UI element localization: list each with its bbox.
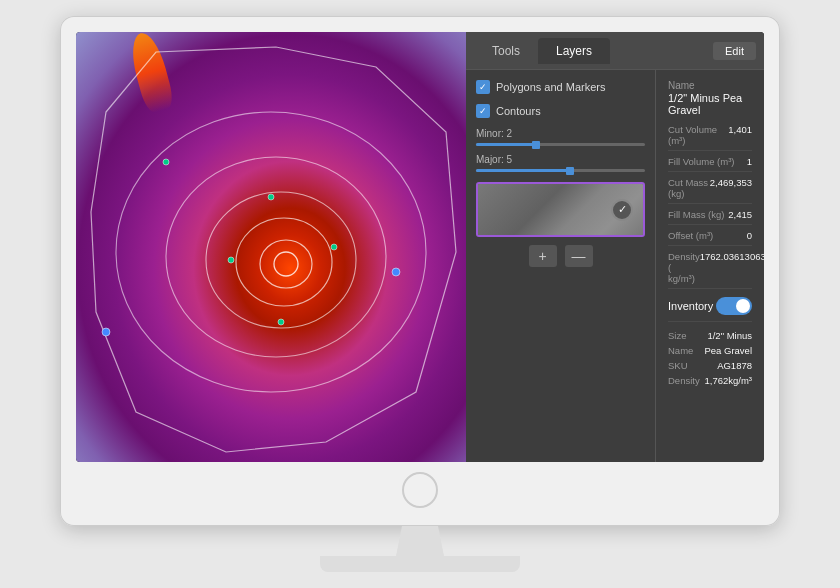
major-slider-track[interactable] (476, 169, 645, 172)
cut-mass-label: Cut Mass (kg) (668, 177, 710, 199)
tab-bar: Tools Layers Edit (466, 32, 764, 70)
layers-left: Polygons and Markers Contours Minor: 2 (466, 70, 656, 462)
inv-density-row: Density 1,762kg/m³ (668, 375, 752, 386)
major-slider-thumb[interactable] (566, 167, 574, 175)
tab-tools[interactable]: Tools (474, 38, 538, 64)
inventory-toggle-row: Inventory (668, 297, 752, 322)
inv-sku-row: SKU AG1878 (668, 360, 752, 371)
svg-point-5 (260, 240, 312, 288)
layer-item[interactable] (476, 182, 645, 237)
screen: Tools Layers Edit Polygons and Markers (76, 32, 764, 462)
contours-svg (76, 32, 466, 462)
svg-point-7 (228, 257, 234, 263)
inv-sku-label: SKU (668, 360, 688, 371)
minor-slider-thumb[interactable] (532, 141, 540, 149)
panel-body: Polygons and Markers Contours Minor: 2 (466, 70, 764, 462)
map-area (76, 32, 466, 462)
fill-mass-value: 2,415 (728, 209, 752, 220)
svg-point-6 (274, 252, 298, 276)
minor-label: Minor: 2 (476, 128, 645, 139)
fill-volume-row: Fill Volume (m³) 1 (668, 156, 752, 172)
contours-row: Contours (476, 104, 645, 118)
fill-mass-row: Fill Mass (kg) 2,415 (668, 209, 752, 225)
density-label: Density ( kg/m³) (668, 251, 700, 284)
cut-mass-row: Cut Mass (kg) 2,469,353 (668, 177, 752, 204)
fill-mass-label: Fill Mass (kg) (668, 209, 724, 220)
monitor-wrapper: Tools Layers Edit Polygons and Markers (60, 16, 780, 572)
cut-volume-row: Cut Volume (m³) 1,401 (668, 124, 752, 151)
inv-density-value: 1,762kg/m³ (704, 375, 752, 386)
inv-size-row: Size 1/2" Minus (668, 330, 752, 341)
svg-point-11 (392, 268, 400, 276)
svg-point-1 (116, 112, 426, 392)
minor-slider-fill (476, 143, 535, 146)
inv-sku-value: AG1878 (717, 360, 752, 371)
svg-marker-0 (91, 47, 456, 452)
density-row: Density ( kg/m³) 1762.0361306398504 (668, 251, 752, 289)
cut-mass-value: 2,469,353 (710, 177, 752, 199)
inv-name-label: Name (668, 345, 693, 356)
svg-point-8 (268, 194, 274, 200)
remove-layer-button[interactable]: — (565, 245, 593, 267)
monitor-stand-neck (390, 526, 450, 556)
svg-point-9 (331, 244, 337, 250)
major-slider-group: Major: 5 (476, 154, 645, 172)
inventory-toggle[interactable] (716, 297, 752, 315)
map-background (76, 32, 466, 462)
inventory-section: Size 1/2" Minus Name Pea Gravel SKU AG18… (668, 330, 752, 386)
polygons-label: Polygons and Markers (496, 81, 605, 93)
monitor-chin (76, 462, 764, 514)
major-label: Major: 5 (476, 154, 645, 165)
density-value: 1762.0361306398504 (700, 251, 764, 284)
offset-row: Offset (m³) 0 (668, 230, 752, 246)
toggle-knob (736, 299, 750, 313)
svg-point-12 (102, 328, 110, 336)
contours-label: Contours (496, 105, 541, 117)
inv-density-label: Density (668, 375, 700, 386)
offset-value: 0 (747, 230, 752, 241)
inventory-label: Inventory (668, 300, 713, 312)
layer-buttons: + — (476, 245, 645, 267)
minor-slider-track[interactable] (476, 143, 645, 146)
svg-point-13 (163, 159, 169, 165)
minor-slider-group: Minor: 2 (476, 128, 645, 146)
cut-volume-label: Cut Volume (m³) (668, 124, 728, 146)
major-slider-fill (476, 169, 569, 172)
svg-point-4 (236, 218, 332, 306)
monitor-body: Tools Layers Edit Polygons and Markers (60, 16, 780, 526)
name-value: 1/2" Minus Pea Gravel (668, 92, 752, 116)
inv-name-value: Pea Gravel (704, 345, 752, 356)
polygons-row: Polygons and Markers (476, 80, 645, 94)
right-panel: Tools Layers Edit Polygons and Markers (466, 32, 764, 462)
layer-check-icon (611, 199, 633, 221)
inv-size-label: Size (668, 330, 686, 341)
svg-point-10 (278, 319, 284, 325)
add-layer-button[interactable]: + (529, 245, 557, 267)
edit-button[interactable]: Edit (713, 42, 756, 60)
info-panel: Name 1/2" Minus Pea Gravel Cut Volume (m… (656, 70, 764, 462)
fill-volume-value: 1 (747, 156, 752, 167)
cut-volume-value: 1,401 (728, 124, 752, 146)
fill-volume-label: Fill Volume (m³) (668, 156, 735, 167)
inv-size-value: 1/2" Minus (707, 330, 752, 341)
name-label: Name (668, 80, 752, 91)
monitor-stand-base (320, 556, 520, 572)
inv-name-row: Name Pea Gravel (668, 345, 752, 356)
polygons-checkbox[interactable] (476, 80, 490, 94)
home-button[interactable] (402, 472, 438, 508)
tab-layers[interactable]: Layers (538, 38, 610, 64)
contours-checkbox[interactable] (476, 104, 490, 118)
offset-label: Offset (m³) (668, 230, 713, 241)
